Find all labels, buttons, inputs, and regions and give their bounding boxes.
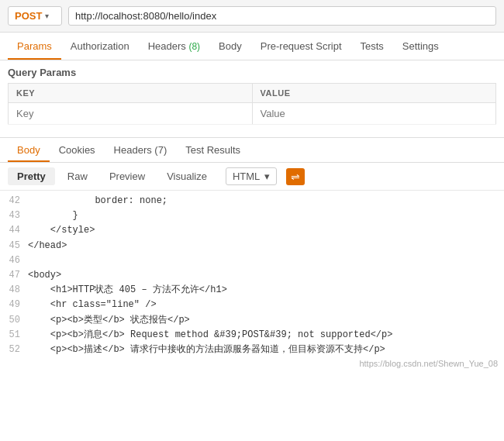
query-params-section: Query Params KEY VALUE [0, 60, 504, 131]
line-number: 51 [3, 328, 28, 343]
line-content: <body> [28, 268, 501, 283]
value-input[interactable] [261, 108, 488, 119]
code-line: 47<body> [0, 268, 504, 283]
code-line: 43 } [0, 208, 504, 223]
view-tabs-bar: Pretty Raw Preview Visualize HTML ▾ ⇌ [0, 163, 504, 191]
tab-pre-request-script[interactable]: Pre-request Script [251, 33, 351, 60]
url-bar: POST ▾ [0, 0, 504, 33]
response-section: Body Cookies Headers (7) Test Results Pr… [0, 137, 504, 370]
line-number: 43 [3, 208, 28, 223]
format-select[interactable]: HTML ▾ [226, 167, 277, 185]
line-content: </style> [28, 223, 501, 238]
request-tabs: Params Authorization Headers (8) Body Pr… [0, 33, 504, 60]
key-col-header: KEY [9, 84, 253, 103]
headers-badge: (8) [188, 41, 200, 52]
chevron-down-icon: ▾ [264, 171, 270, 182]
view-tab-pretty[interactable]: Pretty [8, 167, 55, 185]
wrap-icon[interactable]: ⇌ [286, 168, 305, 185]
url-input[interactable] [68, 6, 496, 26]
val-cell[interactable] [252, 103, 496, 125]
code-line: 49 <hr class="line" /> [0, 298, 504, 312]
line-number: 48 [3, 283, 28, 298]
tab-body[interactable]: Body [209, 33, 251, 60]
view-tab-raw[interactable]: Raw [58, 167, 97, 185]
line-content: <h1>HTTP状态 405 – 方法不允许</h1> [28, 283, 501, 298]
line-number: 50 [3, 313, 28, 328]
watermark: https://blog.csdn.net/Shewn_Yue_08 [0, 357, 504, 370]
line-number: 46 [3, 253, 28, 268]
view-tab-visualize[interactable]: Visualize [157, 167, 216, 185]
code-line: 51 <p><b>消息</b> Request method &#39;POST… [0, 328, 504, 343]
code-line: 52 <p><b>描述</b> 请求行中接收的方法由源服务器知道，但目标资源不支… [0, 343, 504, 357]
tab-authorization[interactable]: Authorization [61, 33, 139, 60]
key-input[interactable] [16, 108, 244, 119]
line-content: <hr class="line" /> [28, 298, 501, 312]
line-content: <p><b>描述</b> 请求行中接收的方法由源服务器知道，但目标资源不支持</… [28, 343, 501, 357]
line-number: 52 [3, 343, 28, 357]
line-content: } [28, 208, 501, 223]
code-line: 42 border: none; [0, 194, 504, 208]
code-line: 46 [0, 253, 504, 268]
chevron-down-icon: ▾ [45, 12, 49, 20]
tab-tests[interactable]: Tests [351, 33, 393, 60]
line-content: </head> [28, 239, 501, 253]
code-viewer[interactable]: 42 border: none;43 }44 </style>45</head>… [0, 191, 504, 357]
resp-tab-headers[interactable]: Headers (7) [105, 138, 177, 162]
method-label: POST [15, 10, 42, 22]
table-row [9, 103, 496, 125]
resp-tab-cookies[interactable]: Cookies [50, 138, 105, 162]
line-number: 45 [3, 239, 28, 253]
tab-settings[interactable]: Settings [393, 33, 448, 60]
line-content: <p><b>消息</b> Request method &#39;POST&#3… [28, 328, 501, 343]
line-number: 49 [3, 298, 28, 312]
key-cell[interactable] [9, 103, 253, 125]
view-tab-preview[interactable]: Preview [100, 167, 154, 185]
response-tabs: Body Cookies Headers (7) Test Results [0, 138, 504, 163]
line-content: border: none; [28, 194, 501, 208]
resp-tab-body[interactable]: Body [8, 138, 50, 162]
tab-params[interactable]: Params [8, 33, 61, 60]
code-line: 48 <h1>HTTP状态 405 – 方法不允许</h1> [0, 283, 504, 298]
line-number: 42 [3, 194, 28, 208]
format-value: HTML [233, 171, 260, 182]
resp-tab-test-results[interactable]: Test Results [176, 138, 250, 162]
params-table: KEY VALUE [8, 83, 496, 125]
line-number: 44 [3, 223, 28, 238]
code-line: 50 <p><b>类型</b> 状态报告</p> [0, 313, 504, 328]
code-line: 44 </style> [0, 223, 504, 238]
query-params-title: Query Params [8, 67, 496, 78]
line-number: 47 [3, 268, 28, 283]
val-col-header: VALUE [252, 84, 496, 103]
line-content: <p><b>类型</b> 状态报告</p> [28, 313, 501, 328]
tab-headers[interactable]: Headers (8) [139, 33, 209, 60]
code-line: 45</head> [0, 239, 504, 253]
method-select[interactable]: POST ▾ [8, 6, 62, 26]
